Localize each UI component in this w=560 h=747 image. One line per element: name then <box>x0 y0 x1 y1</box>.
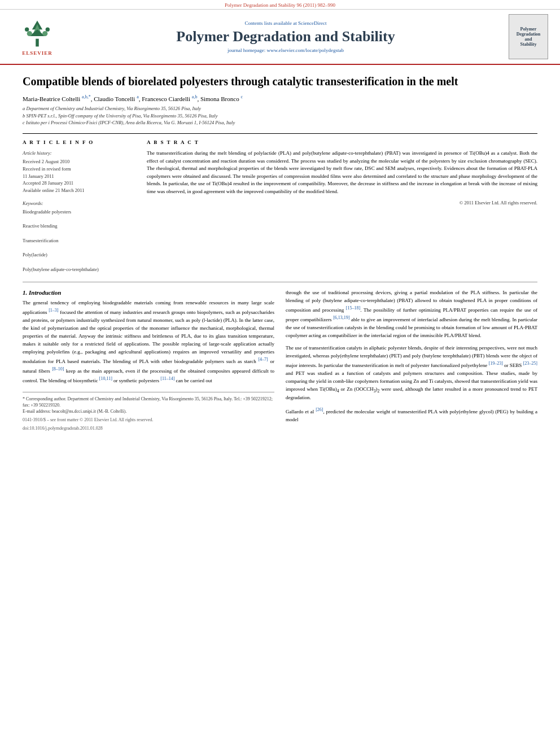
journal-cover-box: PolymerDegradationandStability <box>509 14 548 59</box>
keyword-3: Transesterification <box>23 237 135 244</box>
section1-paragraph2: through the use of traditional processin… <box>286 289 537 340</box>
journal-title-area: Contents lists available at ScienceDirec… <box>65 20 506 53</box>
keyword-4: Poly(lactide) <box>23 251 135 259</box>
history-label: Article history: <box>23 150 135 157</box>
keyword-1: Biodegradable polyesters <box>23 208 135 216</box>
sciencedirect-link[interactable]: Contents lists available at ScienceDirec… <box>65 20 506 26</box>
ref-26: [26] <box>316 407 323 412</box>
accepted-date: Accepted 28 January 2011 <box>23 180 135 187</box>
svg-point-5 <box>42 30 47 36</box>
keyword-5: Poly(butylene adipate-co-terephthalate) <box>23 266 135 273</box>
body-content: 1. Introduction The general tendency of … <box>23 289 537 431</box>
article-container: Compatible blends of biorelated polyeste… <box>0 65 560 441</box>
abstract-col: A B S T R A C T The transesterification … <box>147 139 537 273</box>
journal-ref-text: Polymer Degradation and Stability 96 (20… <box>225 2 335 8</box>
section1-paragraph4: Gallardo et al [26], predicted the molec… <box>286 407 537 424</box>
ref-1-3: [1–3] <box>49 308 58 313</box>
article-history: Article history: Received 2 August 2010 … <box>23 150 135 194</box>
journal-homepage: journal homepage: www.elsevier.com/locat… <box>65 47 506 53</box>
sciencedirect-prefix: Contents lists available at <box>245 20 297 26</box>
received-revised-date: 11 January 2011 <box>23 173 135 180</box>
section1-title: 1. Introduction <box>23 289 274 296</box>
doi-line: doi:10.1016/j.polymdegradstab.2011.01.02… <box>23 425 274 431</box>
ref-19-23: [19–23] <box>488 361 502 366</box>
cover-text: PolymerDegradationandStability <box>517 27 541 47</box>
body-right-col: through the use of traditional processin… <box>286 289 537 431</box>
body-left-col: 1. Introduction The general tendency of … <box>23 289 274 431</box>
journal-title: Polymer Degradation and Stability <box>65 28 506 45</box>
elsevier-tree-icon <box>20 18 54 49</box>
section1-paragraph1: The general tendency of employing biodeg… <box>23 299 274 385</box>
keywords-section: Keywords: Biodegradable polyesters React… <box>23 200 135 273</box>
article-title: Compatible blends of biorelated polyeste… <box>23 74 537 89</box>
received-revised-label: Received in revised form <box>23 165 135 173</box>
footnote-text: * Corresponding author. Department of Ch… <box>23 396 274 408</box>
keyword-2: Reactive blending <box>23 222 135 230</box>
svg-point-4 <box>27 30 32 36</box>
authors-text: Maria-Beatrice Coltelli a,b,*, Claudio T… <box>23 95 243 102</box>
article-info-heading: A R T I C L E I N F O <box>23 139 135 145</box>
svg-rect-0 <box>36 38 39 46</box>
svg-point-6 <box>25 27 29 31</box>
publisher-logo-area: ELSEVIER <box>9 18 65 56</box>
section1-paragraph3: The use of transesterification catalyts … <box>286 344 537 402</box>
affiliation-a: a Department of Chemistry and Industrial… <box>23 106 537 112</box>
ref-11-14: [11–14] <box>160 376 174 381</box>
footnote-email: E-mail address: beacolt@ns.dcci.unipi.it… <box>23 408 274 414</box>
affiliation-b: b SPIN-PET s.r.l., Spin-Off company of t… <box>23 113 537 120</box>
elsevier-logo: ELSEVIER <box>20 18 54 56</box>
ref-4-7: [4–7] <box>258 357 268 362</box>
article-info-abstract-row: A R T I C L E I N F O Article history: R… <box>23 133 537 273</box>
copyright-line: © 2011 Elsevier Ltd. All rights reserved… <box>147 200 537 206</box>
authors-line: Maria-Beatrice Coltelli a,b,*, Claudio T… <box>23 94 537 102</box>
ref-15-18: [15–18] <box>346 305 360 311</box>
abstract-heading: A B S T R A C T <box>147 139 537 145</box>
received-date: Received 2 August 2010 <box>23 158 135 165</box>
section-divider <box>23 282 537 282</box>
affiliation-c: c Istituto per i Processi Chimico-Fisici… <box>23 120 537 126</box>
ref-8-10: [8–10] <box>52 366 64 372</box>
available-date: Available online 21 March 2011 <box>23 187 135 194</box>
svg-point-7 <box>46 27 50 31</box>
ref-6-13-19: [6,13,19] <box>333 315 349 320</box>
journal-header: ELSEVIER Contents lists available at Sci… <box>0 10 560 65</box>
ref-23-25: [23–25] <box>523 361 537 366</box>
journal-cover-area: PolymerDegradationandStability <box>506 14 551 59</box>
article-info-col: A R T I C L E I N F O Article history: R… <box>23 139 135 273</box>
elsevier-label: ELSEVIER <box>22 50 53 56</box>
ref-10-11: [10,11] <box>99 376 112 381</box>
sciencedirect-name: ScienceDirect <box>298 20 326 26</box>
abstract-text: The transesterification during the melt … <box>147 150 537 195</box>
keywords-label: Keywords: <box>23 200 135 207</box>
journal-reference-bar: Polymer Degradation and Stability 96 (20… <box>0 0 560 10</box>
affiliations: a Department of Chemistry and Industrial… <box>23 106 537 127</box>
footnote-area: * Corresponding author. Department of Ch… <box>23 392 274 432</box>
issn-line: 0141-3910/$ – see front matter © 2011 El… <box>23 417 274 423</box>
